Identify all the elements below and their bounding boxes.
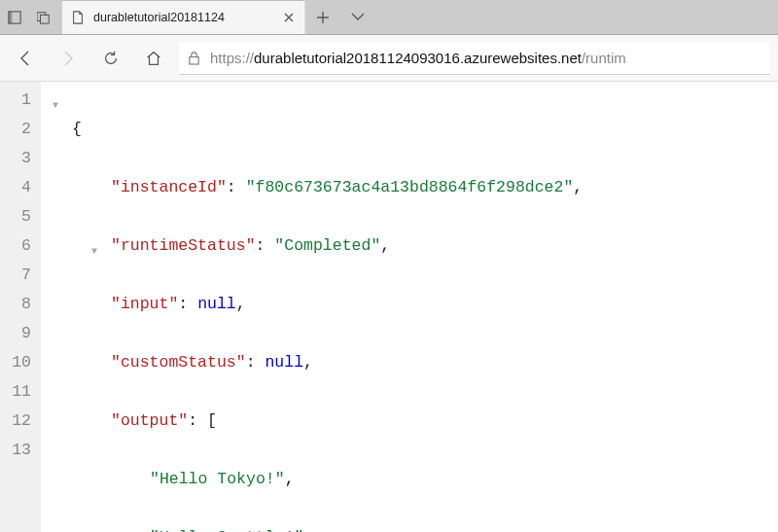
- url-path: /runtim: [582, 50, 626, 66]
- tab-menu-button[interactable]: [340, 0, 375, 34]
- json-value: Completed: [284, 236, 371, 255]
- tabs-preview-icon[interactable]: [29, 0, 58, 34]
- line-number: 9: [6, 319, 31, 348]
- collapse-caret-icon[interactable]: ▼: [91, 237, 97, 266]
- new-tab-button[interactable]: [305, 0, 340, 34]
- json-key: customStatus: [121, 353, 236, 372]
- svg-rect-4: [189, 56, 197, 63]
- line-number: 12: [6, 407, 31, 436]
- home-button[interactable]: [136, 41, 171, 76]
- json-key: input: [121, 295, 169, 313]
- file-icon: [70, 10, 86, 25]
- url-text: https://durabletutorial20181124093016.az…: [210, 50, 764, 66]
- line-number: 13: [6, 436, 31, 465]
- json-array-item: Hello Tokyo!: [159, 470, 275, 488]
- json-key: instanceId: [121, 178, 217, 196]
- tab-title: durabletutorial20181124: [93, 11, 273, 24]
- refresh-button[interactable]: [93, 41, 128, 76]
- json-key: runtimeStatus: [121, 236, 246, 255]
- json-array-item: Hello Seattle!: [159, 528, 295, 532]
- line-number: 7: [6, 261, 31, 290]
- browser-tab[interactable]: durabletutorial20181124: [62, 0, 305, 34]
- close-icon[interactable]: [281, 10, 297, 25]
- collapse-caret-icon[interactable]: ▼: [53, 91, 58, 121]
- line-number: 1: [6, 86, 31, 115]
- svg-rect-3: [41, 15, 50, 23]
- code-area[interactable]: ▼{ "instanceId": "f80c673673ac4a13bd8864…: [41, 82, 583, 532]
- json-value: null: [197, 295, 236, 313]
- line-number: 10: [6, 348, 31, 377]
- tabs-aside-icon[interactable]: [0, 0, 29, 34]
- lock-icon: [185, 51, 202, 65]
- line-number: 3: [6, 144, 31, 173]
- line-gutter: 1 2 3 4 5 6 7 8 9 10 11 12 13: [0, 82, 41, 532]
- address-bar[interactable]: https://durabletutorial20181124093016.az…: [179, 42, 770, 75]
- json-viewer: 1 2 3 4 5 6 7 8 9 10 11 12 13 ▼{ "instan…: [0, 82, 778, 532]
- line-number: 11: [6, 377, 31, 407]
- line-number: 5: [6, 202, 31, 231]
- line-number: 2: [6, 115, 31, 144]
- url-protocol: https://: [210, 50, 254, 66]
- back-button[interactable]: [8, 41, 43, 76]
- forward-button[interactable]: [51, 41, 86, 76]
- url-host: durabletutorial20181124093016.azurewebsi…: [254, 50, 582, 66]
- toolbar: https://durabletutorial20181124093016.az…: [0, 35, 778, 82]
- json-value: f80c673673ac4a13bd8864f6f298dce2: [256, 178, 564, 196]
- line-number: 8: [6, 290, 31, 319]
- json-value: null: [265, 353, 303, 372]
- svg-rect-1: [9, 11, 13, 22]
- json-key: output: [121, 411, 178, 430]
- titlebar: durabletutorial20181124: [0, 0, 778, 35]
- line-number: 4: [6, 173, 31, 202]
- titlebar-spacer: [375, 0, 778, 34]
- line-number: 6: [6, 231, 31, 261]
